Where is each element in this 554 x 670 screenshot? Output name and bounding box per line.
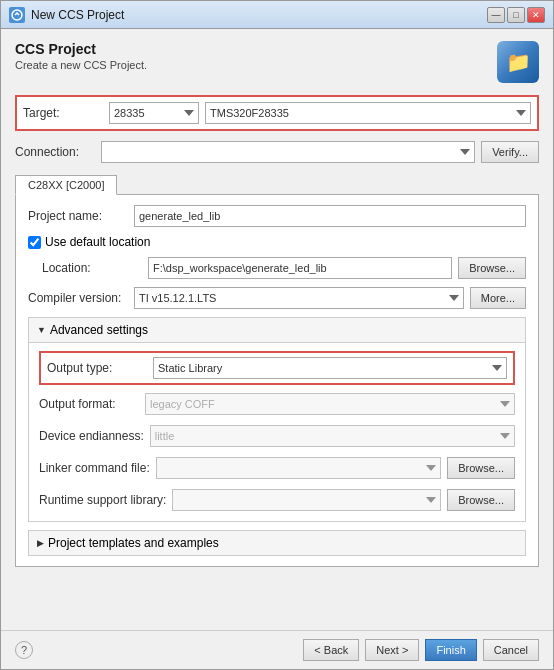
output-type-select[interactable]: Static Library Executable Shared Library <box>153 357 507 379</box>
footer-left: ? <box>15 641 33 659</box>
project-name-label: Project name: <box>28 209 128 223</box>
header-section: CCS Project Create a new CCS Project. <box>15 41 539 83</box>
maximize-button[interactable]: □ <box>507 7 525 23</box>
linker-command-file-label: Linker command file: <box>39 461 150 475</box>
advanced-settings-section: ▼ Advanced settings Output type: Static … <box>28 317 526 522</box>
project-templates-label: Project templates and examples <box>48 536 219 550</box>
window-title: New CCS Project <box>31 8 124 22</box>
output-format-row: Output format: legacy COFF <box>39 391 515 417</box>
footer: ? < Back Next > Finish Cancel <box>1 630 553 669</box>
project-name-input[interactable] <box>134 205 526 227</box>
help-icon[interactable]: ? <box>15 641 33 659</box>
dialog-title: CCS Project <box>15 41 147 57</box>
linker-command-file-select[interactable] <box>156 457 441 479</box>
use-default-location-row: Use default location <box>28 235 526 249</box>
use-default-location-checkbox[interactable] <box>28 236 41 249</box>
cancel-button[interactable]: Cancel <box>483 639 539 661</box>
connection-select[interactable] <box>101 141 475 163</box>
output-type-label: Output type: <box>47 361 147 375</box>
connection-label: Connection: <box>15 145 95 159</box>
compiler-version-label: Compiler version: <box>28 291 128 305</box>
title-bar: New CCS Project — □ ✕ <box>1 1 553 29</box>
runtime-support-library-row: Runtime support library: Browse... <box>39 487 515 513</box>
verify-button[interactable]: Verify... <box>481 141 539 163</box>
compiler-version-select[interactable]: TI v15.12.1.LTS <box>134 287 464 309</box>
compiler-more-button[interactable]: More... <box>470 287 526 309</box>
location-browse-button[interactable]: Browse... <box>458 257 526 279</box>
runtime-browse-button[interactable]: Browse... <box>447 489 515 511</box>
back-button[interactable]: < Back <box>303 639 359 661</box>
dialog-content: CCS Project Create a new CCS Project. Ta… <box>1 29 553 630</box>
location-input[interactable] <box>148 257 452 279</box>
device-endianness-select[interactable]: little <box>150 425 515 447</box>
linker-command-file-row: Linker command file: Browse... <box>39 455 515 481</box>
target-label: Target: <box>23 106 103 120</box>
location-row: Location: Browse... <box>28 257 526 279</box>
tab-content: Project name: Use default location Locat… <box>15 194 539 567</box>
location-label: Location: <box>42 261 142 275</box>
title-bar-left: New CCS Project <box>9 7 124 23</box>
advanced-settings-label: Advanced settings <box>50 323 148 337</box>
tab-c28xx[interactable]: C28XX [C2000] <box>15 175 117 195</box>
header-text: CCS Project Create a new CCS Project. <box>15 41 147 71</box>
compiler-version-row: Compiler version: TI v15.12.1.LTS More..… <box>28 287 526 309</box>
output-format-select[interactable]: legacy COFF <box>145 393 515 415</box>
minimize-button[interactable]: — <box>487 7 505 23</box>
footer-buttons: < Back Next > Finish Cancel <box>303 639 539 661</box>
project-name-row: Project name: <box>28 205 526 227</box>
window-icon <box>9 7 25 23</box>
advanced-triangle-icon: ▼ <box>37 325 46 335</box>
dialog-subtitle: Create a new CCS Project. <box>15 59 147 71</box>
target-row: Target: 28335 TMS320F28335 <box>15 95 539 131</box>
device-endianness-row: Device endianness: little <box>39 423 515 449</box>
connection-row: Connection: Verify... <box>15 139 539 165</box>
output-format-label: Output format: <box>39 397 139 411</box>
finish-button[interactable]: Finish <box>425 639 476 661</box>
runtime-support-library-label: Runtime support library: <box>39 493 166 507</box>
runtime-support-library-select[interactable] <box>172 489 441 511</box>
title-bar-controls: — □ ✕ <box>487 7 545 23</box>
advanced-settings-header[interactable]: ▼ Advanced settings <box>29 318 525 343</box>
next-button[interactable]: Next > <box>365 639 419 661</box>
output-type-row: Output type: Static Library Executable S… <box>39 351 515 385</box>
tab-section: C28XX [C2000] Project name: Use default … <box>15 175 539 567</box>
use-default-location-label: Use default location <box>45 235 150 249</box>
advanced-settings-content: Output type: Static Library Executable S… <box>29 343 525 521</box>
ccs-project-icon <box>497 41 539 83</box>
device-endianness-label: Device endianness: <box>39 429 144 443</box>
tab-bar: C28XX [C2000] <box>15 175 539 194</box>
project-templates-section: ▶ Project templates and examples <box>28 530 526 556</box>
target-device-select[interactable]: 28335 <box>109 102 199 124</box>
linker-browse-button[interactable]: Browse... <box>447 457 515 479</box>
project-templates-triangle-icon: ▶ <box>37 538 44 548</box>
window: New CCS Project — □ ✕ CCS Project Create… <box>0 0 554 670</box>
project-templates-header[interactable]: ▶ Project templates and examples <box>29 531 525 555</box>
target-family-select[interactable]: TMS320F28335 <box>205 102 531 124</box>
svg-point-0 <box>12 10 22 20</box>
close-button[interactable]: ✕ <box>527 7 545 23</box>
